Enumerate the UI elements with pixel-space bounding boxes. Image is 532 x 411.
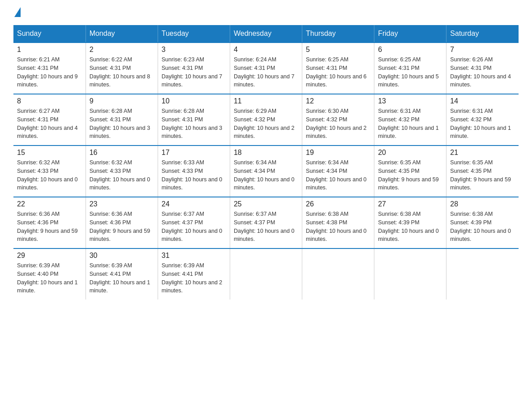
- day-number: 18: [234, 149, 298, 157]
- day-cell: [374, 248, 446, 300]
- day-cell: 16 Sunrise: 6:32 AMSunset: 4:33 PMDaylig…: [86, 146, 158, 197]
- day-info: Sunrise: 6:32 AMSunset: 4:33 PMDaylight:…: [17, 159, 78, 191]
- day-number: 7: [450, 46, 515, 54]
- day-info: Sunrise: 6:28 AMSunset: 4:31 PMDaylight:…: [162, 108, 223, 139]
- day-info: Sunrise: 6:30 AMSunset: 4:32 PMDaylight:…: [306, 108, 367, 139]
- day-info: Sunrise: 6:27 AMSunset: 4:31 PMDaylight:…: [17, 108, 78, 139]
- day-number: 25: [234, 200, 298, 208]
- day-number: 3: [162, 46, 226, 54]
- week-row-3: 15 Sunrise: 6:32 AMSunset: 4:33 PMDaylig…: [13, 146, 519, 197]
- day-cell: 21 Sunrise: 6:35 AMSunset: 4:35 PMDaylig…: [446, 146, 519, 197]
- day-cell: 17 Sunrise: 6:33 AMSunset: 4:33 PMDaylig…: [158, 146, 230, 197]
- day-info: Sunrise: 6:39 AMSunset: 4:40 PMDaylight:…: [17, 262, 78, 294]
- day-number: 2: [90, 46, 154, 54]
- day-number: 20: [378, 149, 442, 157]
- day-cell: 8 Sunrise: 6:27 AMSunset: 4:31 PMDayligh…: [13, 94, 86, 146]
- day-cell: 19 Sunrise: 6:34 AMSunset: 4:34 PMDaylig…: [302, 146, 374, 197]
- day-cell: 27 Sunrise: 6:38 AMSunset: 4:39 PMDaylig…: [374, 197, 446, 248]
- day-cell: 2 Sunrise: 6:22 AMSunset: 4:31 PMDayligh…: [86, 43, 158, 94]
- day-cell: 30 Sunrise: 6:39 AMSunset: 4:41 PMDaylig…: [86, 248, 158, 300]
- day-info: Sunrise: 6:25 AMSunset: 4:31 PMDaylight:…: [306, 56, 367, 88]
- day-number: 24: [162, 200, 226, 208]
- day-number: 27: [378, 200, 442, 208]
- day-info: Sunrise: 6:35 AMSunset: 4:35 PMDaylight:…: [378, 159, 439, 191]
- week-row-5: 29 Sunrise: 6:39 AMSunset: 4:40 PMDaylig…: [13, 248, 519, 300]
- day-info: Sunrise: 6:39 AMSunset: 4:41 PMDaylight:…: [162, 262, 223, 294]
- day-cell: 3 Sunrise: 6:23 AMSunset: 4:31 PMDayligh…: [158, 43, 230, 94]
- day-number: 6: [378, 46, 442, 54]
- day-cell: 26 Sunrise: 6:38 AMSunset: 4:38 PMDaylig…: [302, 197, 374, 248]
- day-info: Sunrise: 6:38 AMSunset: 4:39 PMDaylight:…: [450, 211, 511, 242]
- day-cell: 6 Sunrise: 6:25 AMSunset: 4:31 PMDayligh…: [374, 43, 446, 94]
- day-number: 12: [306, 97, 370, 105]
- day-info: Sunrise: 6:36 AMSunset: 4:36 PMDaylight:…: [90, 211, 150, 242]
- day-cell: 29 Sunrise: 6:39 AMSunset: 4:40 PMDaylig…: [13, 248, 86, 300]
- day-number: 31: [162, 252, 226, 260]
- week-row-4: 22 Sunrise: 6:36 AMSunset: 4:36 PMDaylig…: [13, 197, 519, 248]
- day-cell: 13 Sunrise: 6:31 AMSunset: 4:32 PMDaylig…: [374, 94, 446, 146]
- page-header: [13, 9, 519, 16]
- day-info: Sunrise: 6:25 AMSunset: 4:31 PMDaylight:…: [378, 56, 439, 88]
- day-cell: 25 Sunrise: 6:37 AMSunset: 4:37 PMDaylig…: [230, 197, 302, 248]
- day-info: Sunrise: 6:34 AMSunset: 4:34 PMDaylight:…: [234, 159, 295, 191]
- day-info: Sunrise: 6:37 AMSunset: 4:37 PMDaylight:…: [234, 211, 295, 242]
- day-info: Sunrise: 6:31 AMSunset: 4:32 PMDaylight:…: [450, 108, 511, 139]
- calendar-table: SundayMondayTuesdayWednesdayThursdayFrid…: [13, 25, 519, 300]
- day-number: 5: [306, 46, 370, 54]
- day-number: 22: [17, 200, 82, 208]
- week-row-1: 1 Sunrise: 6:21 AMSunset: 4:31 PMDayligh…: [13, 43, 519, 94]
- day-number: 19: [306, 149, 370, 157]
- logo: [13, 9, 21, 16]
- day-cell: [302, 248, 374, 300]
- day-cell: 12 Sunrise: 6:30 AMSunset: 4:32 PMDaylig…: [302, 94, 374, 146]
- day-number: 15: [17, 149, 82, 157]
- day-info: Sunrise: 6:32 AMSunset: 4:33 PMDaylight:…: [90, 159, 150, 191]
- day-info: Sunrise: 6:39 AMSunset: 4:41 PMDaylight:…: [90, 262, 150, 294]
- day-number: 17: [162, 149, 226, 157]
- day-info: Sunrise: 6:33 AMSunset: 4:33 PMDaylight:…: [162, 159, 223, 191]
- day-cell: 11 Sunrise: 6:29 AMSunset: 4:32 PMDaylig…: [230, 94, 302, 146]
- day-info: Sunrise: 6:34 AMSunset: 4:34 PMDaylight:…: [306, 159, 367, 191]
- day-info: Sunrise: 6:26 AMSunset: 4:31 PMDaylight:…: [450, 56, 511, 88]
- day-cell: 23 Sunrise: 6:36 AMSunset: 4:36 PMDaylig…: [86, 197, 158, 248]
- day-number: 9: [90, 97, 154, 105]
- day-number: 28: [450, 200, 515, 208]
- header-friday: Friday: [374, 25, 446, 43]
- day-cell: 18 Sunrise: 6:34 AMSunset: 4:34 PMDaylig…: [230, 146, 302, 197]
- day-number: 23: [90, 200, 154, 208]
- day-number: 11: [234, 97, 298, 105]
- day-info: Sunrise: 6:38 AMSunset: 4:39 PMDaylight:…: [378, 211, 439, 242]
- day-number: 21: [450, 149, 515, 157]
- day-cell: 4 Sunrise: 6:24 AMSunset: 4:31 PMDayligh…: [230, 43, 302, 94]
- day-info: Sunrise: 6:21 AMSunset: 4:31 PMDaylight:…: [17, 56, 78, 88]
- day-info: Sunrise: 6:29 AMSunset: 4:32 PMDaylight:…: [234, 108, 295, 139]
- day-cell: 28 Sunrise: 6:38 AMSunset: 4:39 PMDaylig…: [446, 197, 519, 248]
- day-info: Sunrise: 6:28 AMSunset: 4:31 PMDaylight:…: [90, 108, 150, 139]
- day-cell: 14 Sunrise: 6:31 AMSunset: 4:32 PMDaylig…: [446, 94, 519, 146]
- day-number: 8: [17, 97, 82, 105]
- day-cell: 7 Sunrise: 6:26 AMSunset: 4:31 PMDayligh…: [446, 43, 519, 94]
- header-tuesday: Tuesday: [158, 25, 230, 43]
- day-number: 29: [17, 252, 82, 260]
- day-cell: 20 Sunrise: 6:35 AMSunset: 4:35 PMDaylig…: [374, 146, 446, 197]
- logo-triangle-icon: [14, 7, 21, 17]
- day-info: Sunrise: 6:35 AMSunset: 4:35 PMDaylight:…: [450, 159, 511, 191]
- day-info: Sunrise: 6:38 AMSunset: 4:38 PMDaylight:…: [306, 211, 367, 242]
- header-wednesday: Wednesday: [230, 25, 302, 43]
- day-info: Sunrise: 6:31 AMSunset: 4:32 PMDaylight:…: [378, 108, 439, 139]
- day-cell: 5 Sunrise: 6:25 AMSunset: 4:31 PMDayligh…: [302, 43, 374, 94]
- day-number: 26: [306, 200, 370, 208]
- day-info: Sunrise: 6:24 AMSunset: 4:31 PMDaylight:…: [234, 56, 295, 88]
- day-info: Sunrise: 6:23 AMSunset: 4:31 PMDaylight:…: [162, 56, 223, 88]
- week-row-2: 8 Sunrise: 6:27 AMSunset: 4:31 PMDayligh…: [13, 94, 519, 146]
- day-cell: 22 Sunrise: 6:36 AMSunset: 4:36 PMDaylig…: [13, 197, 86, 248]
- header-sunday: Sunday: [13, 25, 86, 43]
- day-cell: 1 Sunrise: 6:21 AMSunset: 4:31 PMDayligh…: [13, 43, 86, 94]
- day-number: 4: [234, 46, 298, 54]
- header-thursday: Thursday: [302, 25, 374, 43]
- day-number: 16: [90, 149, 154, 157]
- header-monday: Monday: [86, 25, 158, 43]
- day-number: 1: [17, 46, 82, 54]
- weekday-header-row: SundayMondayTuesdayWednesdayThursdayFrid…: [13, 25, 519, 43]
- day-cell: 24 Sunrise: 6:37 AMSunset: 4:37 PMDaylig…: [158, 197, 230, 248]
